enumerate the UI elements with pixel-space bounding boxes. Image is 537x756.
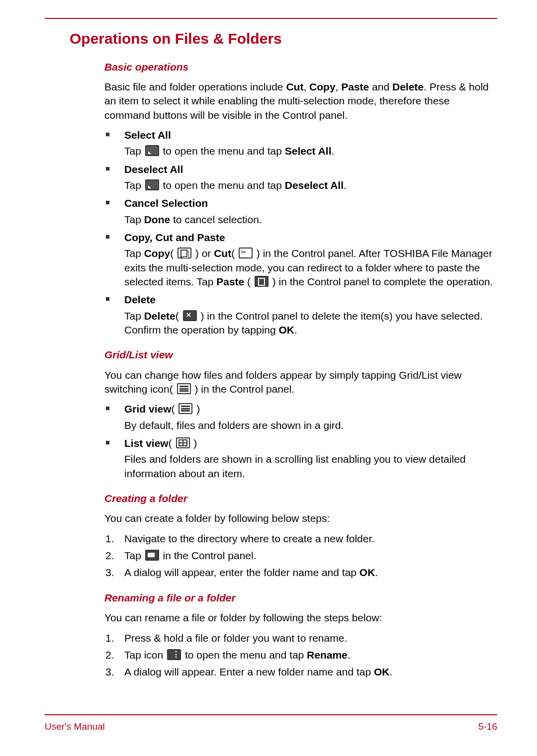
text: to open the menu and tap xyxy=(182,649,307,661)
text: . xyxy=(332,145,335,157)
item-title: Copy, Cut and Paste xyxy=(124,231,497,245)
text: ) xyxy=(191,437,197,449)
text: Tap xyxy=(124,310,144,322)
bold: Delete xyxy=(392,81,424,92)
section-heading-rename: Renaming a file or a folder xyxy=(70,591,497,605)
copy-icon xyxy=(178,248,191,258)
text: ( xyxy=(170,248,177,259)
item-body: Files and folders are shown in a scrolli… xyxy=(124,452,497,481)
text: . xyxy=(348,649,351,661)
list-item: Select All Tap to open the menu and tap … xyxy=(104,128,497,159)
text: ( xyxy=(176,310,182,322)
item-title: Delete xyxy=(124,293,497,307)
section-heading-grid: Grid/List view xyxy=(70,348,497,362)
bold: OK xyxy=(359,567,375,578)
bold: Copy xyxy=(309,81,336,92)
text: ) or xyxy=(192,248,214,259)
item-title: List view xyxy=(124,437,169,449)
text: and xyxy=(369,81,392,92)
item-body: Tap to open the menu and tap Deselect Al… xyxy=(124,178,497,192)
text: ( xyxy=(169,437,175,449)
bold: OK xyxy=(374,666,390,677)
menu-icon xyxy=(167,649,181,660)
item-body: Tap Delete( ) in the Control panel to de… xyxy=(124,309,497,337)
text: A dialog will appear, enter the folder n… xyxy=(124,567,359,578)
text: Tap xyxy=(124,145,144,157)
delete-icon xyxy=(183,310,197,321)
list-item: Cancel Selection Tap Done to cancel sele… xyxy=(104,196,497,227)
text: . xyxy=(294,324,297,336)
step: Press & hold a file or folder you want t… xyxy=(104,631,497,645)
bold: OK xyxy=(279,324,295,336)
grid-intro: You can change how files and folders app… xyxy=(70,368,497,397)
footer-left: User's Manual xyxy=(45,720,105,733)
text: to cancel selection. xyxy=(170,214,262,225)
cut-icon xyxy=(239,248,253,258)
basic-list: Select All Tap to open the menu and tap … xyxy=(70,128,497,337)
text: . xyxy=(344,179,347,191)
text: to open the menu and tap xyxy=(160,179,285,191)
bold: Cut xyxy=(286,81,303,92)
text: ) xyxy=(193,403,200,415)
bold: Cut xyxy=(214,248,231,259)
list-item: List view( ) Files and folders are shown… xyxy=(104,436,497,481)
text: . xyxy=(390,666,393,677)
text: Tap xyxy=(124,179,144,191)
bold: Copy xyxy=(144,248,171,259)
create-steps: Navigate to the directory where to creat… xyxy=(70,532,497,580)
item-body: Tap Copy( ) or Cut( ) in the Control pan… xyxy=(124,247,497,289)
create-intro: You can create a folder by following bel… xyxy=(70,511,497,525)
page-title: Operations on Files & Folders xyxy=(70,29,497,49)
pencil-icon xyxy=(145,145,159,156)
step: A dialog will appear. Enter a new folder… xyxy=(104,665,497,679)
grid-list: Grid view( ) By default, files and folde… xyxy=(70,402,497,481)
text: Basic file and folder operations include xyxy=(104,81,286,92)
bold: Done xyxy=(144,214,171,225)
item-title: Deselect All xyxy=(124,163,497,176)
step: A dialog will appear, enter the folder n… xyxy=(104,566,497,580)
item-title-line: List view( ) xyxy=(124,436,497,450)
item-body: By default, files and folders are shown … xyxy=(124,419,497,432)
text: , xyxy=(303,81,309,92)
list-view-icon xyxy=(176,437,190,448)
list-item: Delete Tap Delete( ) in the Control pane… xyxy=(104,293,497,337)
paste-icon xyxy=(255,276,268,287)
text: . xyxy=(375,567,378,578)
pencil-icon xyxy=(145,179,159,190)
bold: Paste xyxy=(216,276,244,287)
text: Tap xyxy=(124,248,144,259)
bold: Select All xyxy=(285,145,332,157)
list-item: Grid view( ) By default, files and folde… xyxy=(104,402,497,432)
manual-page: Operations on Files & Folders Basic oper… xyxy=(0,0,537,756)
text: ( xyxy=(244,276,254,287)
section-heading-create: Creating a folder xyxy=(70,492,497,505)
item-title: Grid view xyxy=(124,403,172,415)
text: Tap xyxy=(124,550,144,561)
bold: Deselect All xyxy=(285,179,344,191)
grid-view-icon xyxy=(179,403,192,414)
bold: Delete xyxy=(144,310,176,322)
bold: Paste xyxy=(341,81,369,92)
step: Navigate to the directory where to creat… xyxy=(104,532,497,546)
bold: Rename xyxy=(307,649,348,661)
text: to open the menu and tap xyxy=(160,145,285,157)
list-item: Deselect All Tap to open the menu and ta… xyxy=(104,163,497,193)
item-body: Tap to open the menu and tap Select All. xyxy=(124,144,497,158)
text: in the Control panel. xyxy=(160,550,257,561)
text: A dialog will appear. Enter a new folder… xyxy=(124,666,374,677)
item-title: Select All xyxy=(124,128,497,142)
footer-right: 5-16 xyxy=(478,720,497,733)
step: Tap in the Control panel. xyxy=(104,549,497,563)
view-switch-icon xyxy=(177,383,191,394)
basic-intro: Basic file and folder operations include… xyxy=(70,80,497,122)
text: , xyxy=(336,81,342,92)
rename-steps: Press & hold a file or folder you want t… xyxy=(70,631,497,679)
text: ( xyxy=(172,403,178,415)
item-body: Tap Done to cancel selection. xyxy=(124,213,497,227)
new-folder-icon xyxy=(145,550,159,561)
rename-intro: You can rename a file or folder by follo… xyxy=(70,611,497,625)
top-rule xyxy=(45,18,497,19)
text: ) in the Control panel to complete the o… xyxy=(269,276,493,287)
text: ( xyxy=(231,248,238,259)
text: Tap icon xyxy=(124,649,166,661)
